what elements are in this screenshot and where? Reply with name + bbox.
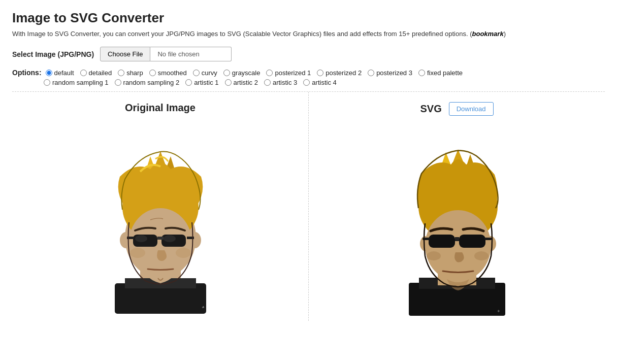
option-artistic4[interactable]: artistic 4 <box>303 79 336 86</box>
options-row2: random sampling 1 random sampling 2 arti… <box>44 79 605 86</box>
no-file-text: No file chosen <box>150 47 232 61</box>
original-image-panel: Original Image <box>12 92 309 321</box>
svg-rect-37 <box>484 238 492 240</box>
svg-rect-14 <box>157 237 164 240</box>
option-fixed-palette[interactable]: fixed palette <box>418 69 463 77</box>
svg-point-18 <box>164 235 176 242</box>
option-grayscale[interactable]: grayscale <box>223 69 261 77</box>
svg-image-container: ✦ <box>314 123 600 316</box>
svg-point-17 <box>135 235 147 242</box>
original-header: Original Image <box>17 102 303 114</box>
original-title: Original Image <box>125 102 196 114</box>
download-button[interactable]: Download <box>449 102 494 116</box>
svg-output-image: ✦ <box>381 123 533 316</box>
option-smoothed[interactable]: smoothed <box>149 69 187 77</box>
options-row1: Options: default detailed sharp smoothed… <box>12 69 605 77</box>
svg-rect-33 <box>429 235 455 248</box>
option-posterized3[interactable]: posterized 3 <box>368 69 412 77</box>
option-random-sampling1[interactable]: random sampling 1 <box>44 79 109 86</box>
option-curvy[interactable]: curvy <box>193 69 217 77</box>
svg-point-38 <box>427 251 441 260</box>
bookmark-link[interactable]: bookmark <box>472 30 504 38</box>
option-random-sampling2[interactable]: random sampling 2 <box>115 79 180 86</box>
option-posterized2[interactable]: posterized 2 <box>317 69 362 77</box>
svg-title: SVG <box>420 103 441 115</box>
original-image-container: ✦ <box>17 121 303 314</box>
preview-area: Original Image <box>12 92 605 321</box>
file-input-label: Select Image (JPG/PNG) <box>12 50 94 58</box>
option-artistic1[interactable]: artistic 1 <box>185 79 218 86</box>
option-artistic2[interactable]: artistic 2 <box>225 79 258 86</box>
svg-text:✦: ✦ <box>201 305 205 310</box>
option-artistic3[interactable]: artistic 3 <box>264 79 297 86</box>
option-posterized1[interactable]: posterized 1 <box>266 69 311 77</box>
svg-point-20 <box>176 248 191 258</box>
svg-header: SVG Download <box>314 102 600 116</box>
option-sharp[interactable]: sharp <box>118 69 143 77</box>
subtitle: With Image to SVG Converter, you can con… <box>12 30 605 38</box>
options-label: Options: <box>12 69 42 77</box>
file-input-row: Select Image (JPG/PNG) Choose File No fi… <box>12 47 605 61</box>
svg-text:✦: ✦ <box>497 309 501 314</box>
svg-rect-35 <box>455 237 459 241</box>
svg-panel: SVG Download <box>309 92 605 321</box>
page-title: Image to SVG Converter <box>12 10 605 26</box>
option-detailed[interactable]: detailed <box>80 69 112 77</box>
svg-point-19 <box>130 248 145 258</box>
choose-file-button[interactable]: Choose File <box>100 47 150 61</box>
option-default[interactable]: default <box>46 69 74 77</box>
original-image-svg: ✦ <box>84 121 237 314</box>
svg-point-39 <box>474 251 489 260</box>
svg-rect-34 <box>459 235 485 248</box>
